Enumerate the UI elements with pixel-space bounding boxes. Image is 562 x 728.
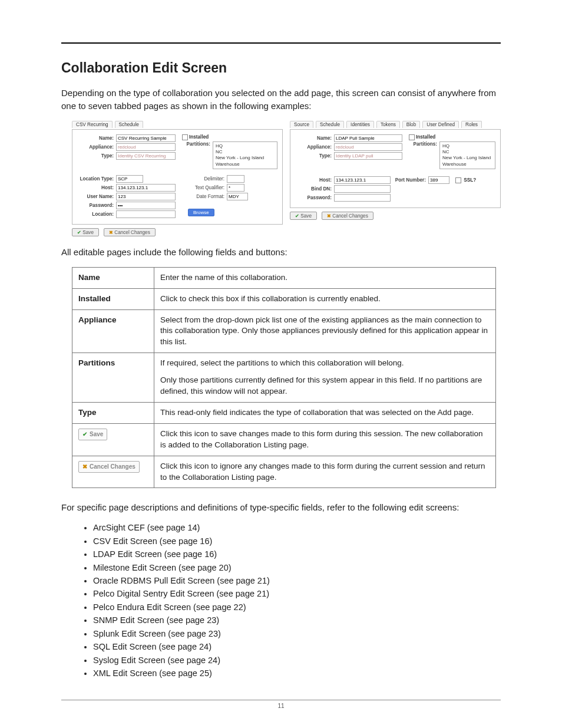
intro-paragraph: Depending on the type of collaboration y… xyxy=(61,87,501,113)
csv-username-label: User Name: xyxy=(77,194,116,199)
csv-host-input[interactable] xyxy=(116,184,176,192)
csv-password-input[interactable] xyxy=(116,202,176,209)
tab-csv-recurring[interactable]: CSV Recurring xyxy=(72,121,113,128)
list-item: XML Edit Screen (see page 25) xyxy=(93,667,501,680)
field-desc: Enter the name of this collaboration. xyxy=(154,267,496,288)
cancel-icon: ✖ xyxy=(109,230,113,235)
specific-paragraph: For specific page descriptions and defin… xyxy=(61,501,501,514)
table-row: ✔Save Click this icon to save changes ma… xyxy=(72,423,496,456)
table-row: Partitions If required, select the parti… xyxy=(72,353,496,403)
csv-appliance-label: Appliance: xyxy=(77,144,116,150)
field-cancel-icon-cell: ✖Cancel Changes xyxy=(72,456,154,488)
check-icon: ✔ xyxy=(82,430,87,439)
csv-delim-label: Delimiter: xyxy=(188,176,227,182)
table-row: Installed Click to check this box if thi… xyxy=(72,288,496,309)
csv-df-label: Date Format: xyxy=(188,194,227,199)
csv-location-input[interactable] xyxy=(116,210,176,218)
save-icon-button: ✔Save xyxy=(78,429,107,440)
list-item: Syslog Edit Screen (see page 24) xyxy=(93,654,501,667)
csv-save-button[interactable]: ✔ Save xyxy=(72,228,99,236)
fields-table: Name Enter the name of this collaboratio… xyxy=(72,267,496,489)
ldap-partitions-list[interactable]: HQ NC New York - Long Island Warehouse xyxy=(439,141,495,170)
tab-schedule2[interactable]: Schedule xyxy=(316,121,344,128)
cancel-icon: ✖ xyxy=(82,463,87,471)
field-name: Appliance xyxy=(72,309,154,353)
check-icon: ✔ xyxy=(295,213,299,219)
check-icon: ✔ xyxy=(77,230,81,235)
ldap-ssl-label: SSL? xyxy=(464,177,476,183)
page-footer: 11 xyxy=(61,700,501,709)
list-item: Splunk Edit Screen (see page 23) xyxy=(93,627,501,640)
field-desc: Click to check this box if this collabor… xyxy=(154,288,496,309)
list-item: CSV Edit Screen (see page 16) xyxy=(93,535,501,548)
csv-host-label: Host: xyxy=(77,185,116,190)
tab-schedule[interactable]: Schedule xyxy=(115,121,143,128)
list-item: Milestone Edit Screen (see page 20) xyxy=(93,561,501,574)
csv-installed-checkbox[interactable] xyxy=(182,134,188,140)
ldap-tabs: Source Schedule Identities Tokens Blob U… xyxy=(290,121,501,128)
csv-tabs: CSV Recurring Schedule xyxy=(72,121,283,128)
tab-blob[interactable]: Blob xyxy=(402,121,420,128)
cancel-icon: ✖ xyxy=(327,213,331,219)
example-csv-panel: CSV Recurring Schedule Name: Appliance: … xyxy=(72,121,283,237)
ldap-name-label: Name: xyxy=(295,136,334,141)
field-name: Installed xyxy=(72,288,154,309)
field-name: Name xyxy=(72,267,154,288)
ldap-type-select[interactable] xyxy=(334,152,402,160)
partition-item[interactable]: New York - Long Island Warehouse xyxy=(216,155,275,167)
ldap-installed-label: Installed xyxy=(416,134,435,140)
csv-browse-button[interactable]: Browse xyxy=(188,209,214,216)
csv-type-label: Type: xyxy=(77,153,116,159)
field-name: Type xyxy=(72,402,154,423)
field-desc: Click this icon to save changes made to … xyxy=(154,423,496,456)
csv-tq-label: Text Qualifier: xyxy=(188,185,227,190)
ldap-appliance-select[interactable] xyxy=(334,143,402,151)
csv-installed-label: Installed xyxy=(189,134,209,140)
ldap-save-button[interactable]: ✔ Save xyxy=(290,212,317,220)
csv-delim-select[interactable] xyxy=(227,175,244,183)
page-title: Collaboration Edit Screen xyxy=(61,60,501,76)
tab-userdefined[interactable]: User Defined xyxy=(422,121,459,128)
ldap-partitions-label: Partitions: xyxy=(409,141,439,147)
ldap-port-input[interactable] xyxy=(428,176,449,184)
list-item: LDAP Edit Screen (see page 16) xyxy=(93,548,501,561)
ldap-name-input[interactable] xyxy=(334,134,402,142)
ldap-type-label: Type: xyxy=(295,153,334,159)
csv-cancel-button[interactable]: ✖ Cancel Changes xyxy=(104,228,156,236)
ldap-installed-checkbox[interactable] xyxy=(409,134,415,140)
partition-item[interactable]: NC xyxy=(216,149,275,155)
csv-name-input[interactable] xyxy=(116,134,176,142)
csv-type-select[interactable] xyxy=(116,152,176,160)
ldap-host-input[interactable] xyxy=(334,176,391,184)
csv-df-select[interactable] xyxy=(227,193,248,200)
ldap-appliance-label: Appliance: xyxy=(295,144,334,150)
csv-appliance-select[interactable] xyxy=(116,143,176,151)
partition-item[interactable]: HQ xyxy=(216,143,275,149)
table-row: Type This read-only field indicates the … xyxy=(72,402,496,423)
tab-tokens[interactable]: Tokens xyxy=(376,121,400,128)
csv-tq-select[interactable] xyxy=(227,184,244,192)
ldap-ssl-checkbox[interactable] xyxy=(455,177,461,183)
csv-partitions-list[interactable]: HQ NC New York - Long Island Warehouse xyxy=(213,141,277,170)
example-ldap-panel: Source Schedule Identities Tokens Blob U… xyxy=(290,121,501,237)
intro2-paragraph: All editable pages include the following… xyxy=(61,246,501,259)
csv-username-input[interactable] xyxy=(116,193,176,200)
partition-item[interactable]: HQ xyxy=(442,143,492,149)
csv-loctype-select[interactable] xyxy=(116,175,143,183)
ldap-cancel-button[interactable]: ✖ Cancel Changes xyxy=(322,212,373,220)
tab-roles[interactable]: Roles xyxy=(461,121,482,128)
ldap-port-label: Port Number: xyxy=(391,177,428,183)
partition-item[interactable]: New York - Long Island Warehouse xyxy=(442,155,492,167)
field-desc: Select from the drop-down pick list one … xyxy=(154,309,496,353)
ldap-password-input[interactable] xyxy=(334,194,391,202)
ldap-host-label: Host: xyxy=(295,177,334,183)
list-item: Oracle RDBMS Pull Edit Screen (see page … xyxy=(93,574,501,587)
screenshots-row: CSV Recurring Schedule Name: Appliance: … xyxy=(72,121,501,237)
tab-identities[interactable]: Identities xyxy=(346,121,374,128)
partition-item[interactable]: NC xyxy=(442,149,492,155)
tab-source[interactable]: Source xyxy=(290,121,313,128)
ldap-binddn-label: Bind DN: xyxy=(295,186,334,192)
list-item: Pelco Digital Sentry Edit Screen (see pa… xyxy=(93,587,501,600)
ldap-binddn-input[interactable] xyxy=(334,185,391,193)
list-item: Pelco Endura Edit Screen (see page 22) xyxy=(93,601,501,614)
